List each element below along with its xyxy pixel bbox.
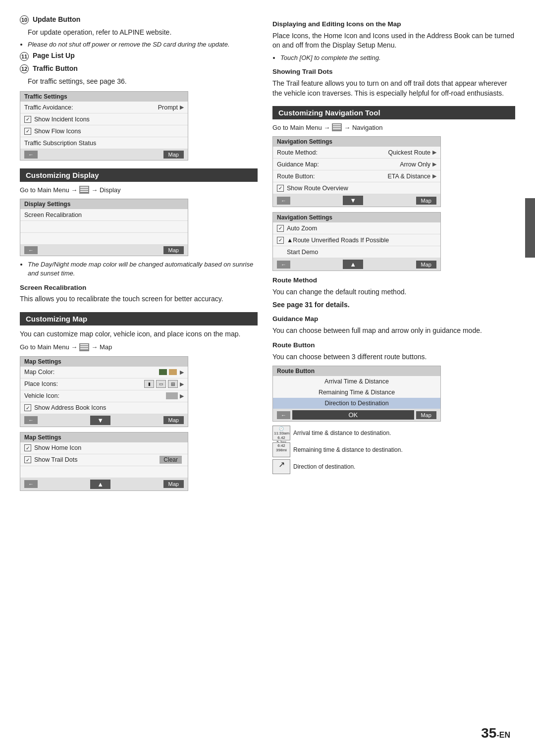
map-up-button2[interactable]: ▲: [90, 480, 110, 489]
flow-icons-checkbox[interactable]: ✓: [24, 128, 31, 135]
screen-recalibration-label: Screen Recalibration: [24, 212, 184, 218]
traffic-avoidance-arrow: ▶: [180, 104, 184, 110]
route-button-row[interactable]: Route Button: ETA & Distance ▶: [273, 170, 440, 182]
page-list-up-heading: 11 Page List Up: [20, 51, 258, 61]
display-settings-title: Display Settings: [20, 199, 188, 209]
guidance-map-row[interactable]: Guidance Map: Arrow Only ▶: [273, 159, 440, 170]
route-button-value: ETA & Distance: [387, 173, 430, 180]
show-route-overview-row[interactable]: ✓ Show Route Overview: [273, 182, 440, 194]
route-btn-back-button[interactable]: ←: [277, 411, 290, 419]
map-settings-box1: Map Settings Map Color: ▶ Place Icons: ▮…: [20, 356, 188, 427]
traffic-subscription-row[interactable]: Traffic Subscription Status: [20, 137, 188, 149]
page-list-up-title: Page List Up: [33, 52, 75, 59]
customizing-map-header: Customizing Map: [20, 312, 258, 325]
display-back-button[interactable]: ←: [24, 246, 38, 254]
map-color-label: Map Color:: [24, 369, 159, 376]
traffic-avoidance-value: Prompt: [158, 104, 178, 111]
direction-destination-row[interactable]: Direction to Destination: [273, 398, 440, 409]
remaining-icon: 6:42 398mi: [272, 442, 290, 457]
route-method-section: Route Method You can change the default …: [272, 276, 515, 310]
remaining-time-row[interactable]: Remaining Time & Distance: [273, 387, 440, 398]
map-menu-icon: [79, 343, 89, 351]
route-method-row[interactable]: Route Method: Quickest Route ▶: [273, 147, 440, 159]
display-empty-row2: [20, 233, 188, 245]
traffic-settings-title: Traffic Settings: [20, 92, 188, 102]
show-home-icon-row[interactable]: ✓ Show Home Icon: [20, 442, 188, 454]
place-icons-label: Place Icons:: [24, 380, 144, 387]
map-color-row[interactable]: Map Color: ▶: [20, 367, 188, 378]
nav-down-button1[interactable]: ▼: [343, 196, 363, 205]
arrival-time-label: Arrival Time & Distance: [324, 378, 389, 385]
place-icons-row[interactable]: Place Icons: ▮ ▭ ▤ ▶: [20, 378, 188, 390]
nav-map-button1[interactable]: Map: [416, 197, 436, 205]
auto-zoom-checkbox[interactable]: ✓: [277, 225, 284, 232]
update-button-desc: For update operation, refer to ALPINE we…: [20, 28, 258, 38]
screen-recalibration-desc: This allows you to recalibrate the touch…: [20, 294, 258, 304]
nav-up-button2[interactable]: ▲: [343, 260, 363, 269]
nav-settings-footer2: ← ▲ Map: [273, 258, 440, 270]
place-icon-2: ▭: [156, 380, 166, 388]
map-back-button1[interactable]: ←: [24, 416, 38, 424]
show-address-book-row[interactable]: ✓ Show Address Book Icons: [20, 402, 188, 414]
show-incident-icons-row[interactable]: ✓ Show Incident Icons: [20, 113, 188, 125]
traffic-subscription-label: Traffic Subscription Status: [24, 140, 184, 147]
vehicle-icon-row[interactable]: Vehicle Icon: ▶: [20, 390, 188, 402]
route-button-heading: Route Button: [272, 341, 515, 350]
display-go-to-text: Go to Main Menu →: [20, 186, 77, 194]
route-button-desc: You can choose between 3 different route…: [272, 352, 515, 362]
address-book-checkbox[interactable]: ✓: [24, 404, 31, 411]
map-back-button2[interactable]: ←: [24, 480, 38, 488]
circle-11: 11: [20, 52, 29, 61]
nav-settings-box1: Navigation Settings Route Method: Quicke…: [272, 136, 441, 207]
page: 10 Update Button For update operation, r…: [0, 0, 535, 756]
nav-map-button2[interactable]: Map: [416, 261, 436, 269]
place-icon-3: ▤: [168, 380, 178, 388]
nav-arrow-nav: → Navigation: [344, 124, 382, 131]
map-down-button1[interactable]: ▼: [90, 416, 110, 425]
display-map-button[interactable]: Map: [163, 246, 184, 254]
route-unverified-row[interactable]: ✓ ▲Route Unverified Roads If Possible: [273, 234, 440, 246]
nav-go-to-menu: Go to Main Menu → → Navigation: [272, 123, 515, 131]
vehicle-icon-display: [166, 392, 178, 399]
auto-zoom-row[interactable]: ✓ Auto Zoom: [273, 222, 440, 234]
arrival-time-row[interactable]: Arrival Time & Distance: [273, 376, 440, 387]
incident-icons-checkbox[interactable]: ✓: [24, 116, 31, 123]
home-icon-checkbox[interactable]: ✓: [24, 444, 31, 451]
map-map-button1[interactable]: Map: [163, 416, 184, 424]
show-flow-icons-label: Show Flow Icons: [34, 128, 184, 135]
traffic-map-button[interactable]: Map: [163, 151, 184, 159]
page-number: 35-EN: [481, 725, 510, 741]
route-button-arrow: ▶: [432, 173, 436, 179]
route-btn-map-button[interactable]: Map: [416, 411, 436, 419]
traffic-avoidance-label: Traffic Avoidance:: [24, 104, 158, 111]
nav-settings-title1: Navigation Settings: [273, 137, 440, 147]
screen-recalibration-row[interactable]: Screen Recalibration: [20, 209, 188, 221]
customizing-display-header: Customizing Display: [20, 168, 258, 182]
direction-icon: ↗: [272, 459, 290, 474]
route-btn-ok-button[interactable]: OK: [292, 410, 414, 420]
map-color-arrow: ▶: [180, 369, 184, 376]
start-demo-row[interactable]: Start Demo: [273, 246, 440, 258]
displaying-icons-heading: Displaying and Editing Icons on the Map: [272, 20, 515, 29]
route-overview-checkbox[interactable]: ✓: [277, 185, 284, 192]
traffic-button-desc: For traffic settings, see page 36.: [20, 77, 258, 87]
route-unverified-checkbox[interactable]: ✓: [277, 237, 284, 244]
traffic-back-button[interactable]: ←: [24, 151, 38, 159]
update-button-heading: 10 Update Button: [20, 15, 258, 25]
map-map-button2[interactable]: Map: [163, 480, 184, 488]
show-address-book-label: Show Address Book Icons: [34, 404, 184, 411]
map-settings-box2: Map Settings ✓ Show Home Icon ✓ Show Tra…: [20, 432, 188, 491]
nav-back-button1[interactable]: ←: [277, 197, 290, 205]
show-trail-dots-label: Show Trail Dots: [34, 456, 160, 463]
displaying-icons-note: Touch [OK] to complete the setting.: [280, 54, 515, 62]
show-flow-icons-row[interactable]: ✓ Show Flow Icons: [20, 125, 188, 137]
trail-dots-checkbox[interactable]: ✓: [24, 456, 31, 463]
nav-back-button2[interactable]: ←: [277, 261, 290, 269]
screen-recalibration-heading: Screen Recalibration: [20, 283, 258, 293]
show-trail-dots-row[interactable]: ✓ Show Trail Dots Clear: [20, 454, 188, 466]
map-arrow-map: → Map: [91, 343, 112, 351]
traffic-avoidance-row[interactable]: Traffic Avoidance: Prompt ▶: [20, 102, 188, 113]
side-tab: [525, 198, 535, 258]
show-home-icon-label: Show Home Icon: [34, 444, 184, 451]
route-icon-desc-3: ↗ Direction of destination.: [272, 459, 515, 474]
